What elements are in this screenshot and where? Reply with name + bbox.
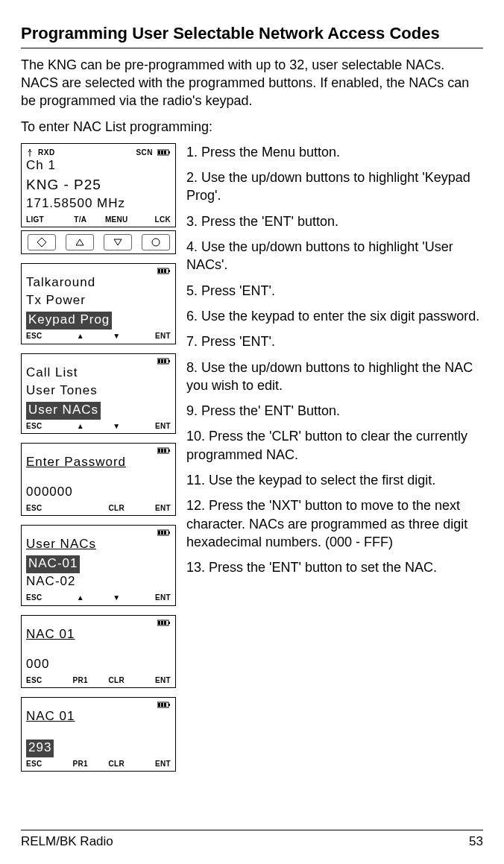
lcd-line-highlighted: Keypad Prog — [26, 312, 112, 329]
softkey-diamond-button[interactable] — [28, 234, 56, 250]
lcd-softkeys: ESC PR1 CLR ENT — [26, 759, 171, 769]
battery-icon — [157, 619, 171, 626]
svg-rect-4 — [161, 151, 163, 154]
softkey-label: ENT — [135, 759, 171, 769]
svg-rect-25 — [161, 531, 163, 535]
softkey-down-button[interactable] — [104, 234, 132, 250]
step-9: 9. Press the' ENT' Button. — [186, 402, 483, 420]
svg-rect-23 — [168, 532, 170, 534]
step-1: 1. Press the Menu button. — [186, 143, 483, 161]
step-3: 3. Press the 'ENT' button. — [186, 212, 483, 230]
svg-rect-3 — [158, 151, 160, 154]
softkey-label: ▲ — [63, 421, 99, 432]
softkey-label: CLR — [98, 503, 135, 514]
lcd-nac-value: 000 — [26, 656, 171, 674]
step-6: 6. Use the keypad to enter the six digit… — [186, 307, 483, 325]
svg-rect-8 — [168, 270, 170, 272]
status-scn: SCN — [136, 148, 153, 158]
lcd-line: Talkaround — [26, 274, 171, 292]
page-number: 53 — [469, 833, 483, 851]
svg-rect-35 — [161, 703, 163, 707]
battery-icon — [157, 701, 171, 708]
softkey-label: ESC — [26, 421, 63, 432]
svg-rect-18 — [168, 450, 170, 452]
lcd-password-value: 000000 — [26, 484, 171, 502]
softkey-buttons — [21, 230, 176, 254]
lcd-line-title: Enter Password — [26, 454, 171, 472]
lcd-main-wrap: RXD SCN Ch 1 KNG - P25 171.58500 MHz LIG… — [21, 143, 176, 255]
svg-rect-36 — [164, 703, 166, 707]
lcd-nac01-cleared: NAC 01 000 ESC PR1 CLR ENT — [21, 615, 176, 688]
battery-icon — [157, 268, 171, 274]
page-title: Programming User Selectable Network Acce… — [21, 22, 483, 45]
lcd-user-nacs-menu: Call List User Tones User NACs ESC ▲ ▼ E… — [21, 353, 176, 434]
lcd-blank-line — [26, 726, 171, 738]
svg-rect-16 — [164, 359, 166, 363]
softkey-label: ESC — [26, 503, 63, 514]
status-rxd: RXD — [38, 148, 55, 158]
step-8: 8. Use the up/down buttons to highlight … — [186, 359, 483, 395]
svg-rect-19 — [158, 449, 160, 453]
intro-paragraph-2: To enter NAC List programming: — [21, 118, 483, 136]
lcd-blank-line — [26, 472, 171, 484]
svg-rect-9 — [158, 269, 160, 273]
intro-paragraph-1: The KNG can be pre-programmed with up to… — [21, 56, 483, 110]
step-13: 13. Press the 'ENT' button to set the NA… — [186, 558, 483, 576]
lcd-column: RXD SCN Ch 1 KNG - P25 171.58500 MHz LIG… — [21, 143, 176, 772]
lcd-line-title: NAC 01 — [26, 708, 171, 726]
lcd-line: User Tones — [26, 382, 171, 400]
lcd-line-title: User NACs — [26, 536, 171, 554]
svg-rect-14 — [158, 359, 160, 363]
svg-rect-26 — [164, 531, 166, 535]
svg-rect-11 — [164, 269, 166, 273]
softkey-up-button[interactable] — [66, 234, 94, 250]
svg-rect-10 — [161, 269, 163, 273]
lcd-softkeys: ESC ▲ ▼ ENT — [26, 331, 171, 341]
softkey-label: T/A — [63, 215, 99, 225]
lcd-main-softkeys: LIGT T/A MENU LCK — [26, 215, 171, 225]
lcd-line-highlighted: NAC-01 — [26, 555, 80, 573]
lcd-main-line2: KNG - P25 — [26, 175, 171, 195]
softkey-label: PR1 — [63, 675, 99, 686]
battery-icon — [157, 529, 171, 536]
lcd-softkeys: ESC ▲ ▼ ENT — [26, 593, 171, 603]
softkey-label: CLR — [98, 759, 135, 769]
svg-rect-13 — [168, 360, 170, 362]
lcd-softkeys: ESC CLR ENT — [26, 503, 171, 514]
svg-rect-30 — [161, 621, 163, 625]
softkey-circle-button[interactable] — [142, 234, 170, 250]
lcd-keypad-prog: Talkaround Tx Power Keypad Prog ESC ▲ ▼ … — [21, 263, 176, 344]
svg-rect-5 — [164, 151, 166, 154]
svg-rect-15 — [161, 359, 163, 363]
softkey-label: MENU — [98, 215, 135, 225]
softkey-label: ▲ — [63, 331, 99, 341]
softkey-label: ESC — [26, 759, 63, 769]
lcd-nac-value-highlighted: 293 — [26, 740, 54, 757]
softkey-label: ▼ — [98, 421, 135, 432]
softkey-label: ENT — [135, 331, 171, 341]
softkey-label: ENT — [135, 675, 171, 686]
softkey-label: LCK — [135, 215, 171, 225]
steps-column: 1. Press the Menu button. 2. Use the up/… — [186, 143, 483, 772]
lcd-main-line1: Ch 1 — [26, 157, 171, 175]
lcd-line-title: NAC 01 — [26, 626, 171, 644]
softkey-label: ENT — [135, 593, 171, 603]
step-11: 11. Use the keypad to select the first d… — [186, 471, 483, 489]
battery-icon — [157, 149, 171, 156]
antenna-icon — [26, 149, 34, 157]
lcd-enter-password: Enter Password 000000 ESC CLR ENT — [21, 443, 176, 516]
svg-point-6 — [152, 239, 160, 246]
lcd-main: RXD SCN Ch 1 KNG - P25 171.58500 MHz LIG… — [21, 143, 176, 228]
softkey-label: ENT — [135, 421, 171, 432]
lcd-line: NAC-02 — [26, 573, 171, 591]
svg-rect-24 — [158, 531, 160, 535]
step-2: 2. Use the up/down buttons to highlight … — [186, 168, 483, 205]
lcd-nac01-entered: NAC 01 293 ESC PR1 CLR ENT — [21, 697, 176, 772]
step-10: 10. Press the 'CLR' button to clear the … — [186, 427, 483, 464]
step-4: 4. Use the up/down buttons to highlight … — [186, 238, 483, 274]
lcd-nac-list: User NACs NAC-01 NAC-02 ESC ▲ ▼ ENT — [21, 525, 176, 605]
svg-rect-34 — [158, 703, 160, 707]
softkey-label: ▼ — [98, 331, 135, 341]
softkey-label — [63, 503, 99, 514]
softkey-label: ▼ — [98, 593, 135, 603]
